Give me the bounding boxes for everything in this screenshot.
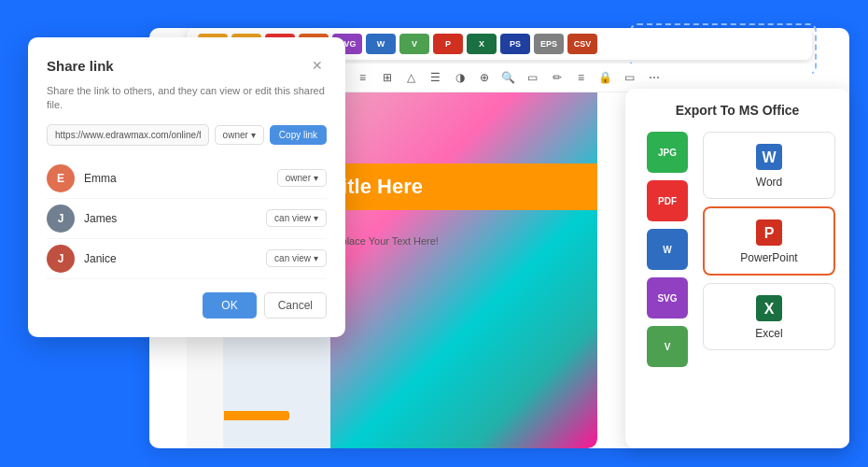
export-mini-svg[interactable]: SVG [647, 277, 688, 318]
abstract-image [330, 89, 597, 448]
role-badge-james[interactable]: can view ▾ [266, 209, 327, 227]
export-mini-jpg[interactable]: JPG [647, 132, 688, 173]
fill-icon[interactable]: ◑ [451, 68, 469, 87]
cancel-button[interactable]: Cancel [264, 292, 327, 318]
pen-icon[interactable]: ✏ [548, 68, 567, 87]
export-mini-icons: JPG PDF W SVG V [639, 132, 695, 367]
role-label-janice: can view [274, 253, 311, 263]
excel-card-icon: X [754, 293, 784, 323]
role-label-emma: owner [286, 173, 311, 183]
user-row-james: J James can view ▾ [47, 199, 327, 239]
export-card-powerpoint[interactable]: P PowerPoint [703, 206, 835, 276]
export-mini-visio[interactable]: V [647, 326, 688, 367]
dialog-title: Share link [47, 58, 114, 74]
link-row: owner ▾ Copy link [47, 124, 327, 146]
svg-text:P: P [764, 225, 775, 241]
link-role-chevron: ▾ [251, 130, 256, 140]
crop-icon[interactable]: ▭ [621, 68, 639, 87]
role-chevron-emma: ▾ [314, 173, 318, 183]
user-row-emma: E Emma owner ▾ [47, 159, 327, 199]
role-chevron-janice: ▾ [314, 253, 318, 263]
align-icon[interactable]: ≡ [572, 68, 591, 87]
export-card-excel[interactable]: X Excel [703, 283, 835, 350]
user-row-janice: J Janice can view ▾ [47, 239, 327, 279]
word-card-icon: W [754, 142, 784, 172]
export-panel-title: Export To MS Office [639, 103, 835, 118]
canvas-orange-bar [215, 411, 289, 420]
lines-icon[interactable]: ☰ [427, 68, 445, 87]
connect-icon[interactable]: ⊕ [475, 68, 494, 87]
frame-icon[interactable]: ▭ [524, 68, 542, 87]
grid-icon[interactable]: ⊞ [378, 68, 397, 87]
ok-button[interactable]: OK [203, 292, 256, 318]
more-icon[interactable]: ⋯ [645, 68, 664, 87]
user-name-james: James [84, 212, 266, 225]
link-role-badge[interactable]: owner ▾ [215, 125, 264, 145]
word-badge[interactable]: W [366, 34, 396, 54]
ps-badge[interactable]: PS [500, 34, 530, 54]
export-mini-word[interactable]: W [647, 229, 688, 270]
user-name-janice: Janice [84, 252, 266, 265]
link-input[interactable] [47, 124, 209, 146]
csv-badge[interactable]: CSV [567, 34, 597, 54]
ppt-card-icon: P [754, 218, 784, 248]
ppt-card-label: PowerPoint [740, 251, 797, 264]
export-cards: W Word P PowerPoint X [703, 132, 835, 350]
lock-icon[interactable]: 🔒 [596, 68, 615, 87]
list-icon[interactable]: ≡ [354, 68, 372, 87]
export-card-word[interactable]: W Word [703, 132, 835, 199]
svg-text:X: X [764, 301, 775, 317]
svg-text:W: W [762, 149, 777, 165]
link-role-label: owner [223, 130, 248, 140]
role-label-james: can view [274, 213, 311, 223]
eps-badge[interactable]: EPS [534, 34, 564, 54]
excel-badge[interactable]: X [467, 34, 497, 54]
share-dialog: Share link ✕ Share the link to others, a… [28, 37, 345, 337]
dialog-header: Share link ✕ [47, 56, 327, 75]
export-panel: Export To MS Office JPG PDF W SVG V W Wo… [625, 89, 849, 448]
user-name-emma: Emma [84, 172, 277, 185]
copy-link-button[interactable]: Copy link [270, 125, 327, 145]
excel-card-label: Excel [755, 327, 782, 340]
avatar-james: J [47, 205, 75, 233]
visio-badge[interactable]: V [399, 34, 429, 54]
role-chevron-james: ▾ [314, 213, 318, 223]
triangle-icon[interactable]: △ [402, 68, 421, 87]
avatar-emma: E [47, 164, 75, 192]
word-card-label: Word [756, 176, 782, 189]
dialog-footer: OK Cancel [47, 292, 327, 318]
role-badge-emma[interactable]: owner ▾ [277, 169, 327, 187]
avatar-janice: J [47, 245, 75, 273]
export-grid: JPG PDF W SVG V W Word P [639, 132, 835, 367]
dialog-description: Share the link to others, and they can v… [47, 84, 327, 113]
close-button[interactable]: ✕ [308, 56, 327, 75]
zoom-icon[interactable]: 🔍 [499, 68, 518, 87]
export-mini-pdf[interactable]: PDF [647, 180, 688, 221]
ppt-badge[interactable]: P [433, 34, 463, 54]
role-badge-janice[interactable]: can view ▾ [266, 249, 327, 267]
